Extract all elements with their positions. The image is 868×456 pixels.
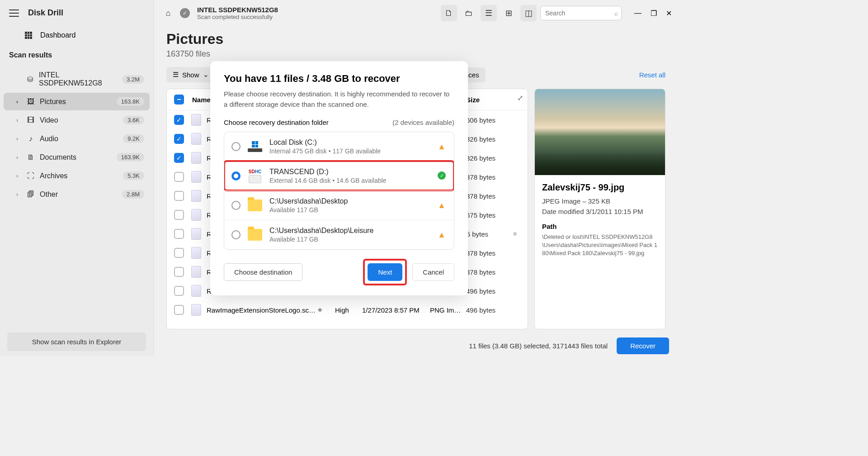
file-icon <box>191 171 201 183</box>
filter-icon: ☰ <box>173 71 179 79</box>
file-icon <box>191 285 201 297</box>
destination-name: C:\Users\dasha\Desktop <box>269 197 431 205</box>
home-icon[interactable]: ⌂ <box>160 5 176 21</box>
file-icon <box>191 152 201 164</box>
destination-detail: Available 117 GB <box>269 236 431 243</box>
status-dot <box>513 232 517 236</box>
row-checkbox[interactable]: ✓ <box>174 134 184 144</box>
row-checkbox[interactable] <box>174 248 184 258</box>
topbar: ⌂ ✓ INTEL SSDPEKNW512G8 Scan completed s… <box>154 0 678 26</box>
choose-destination-button[interactable]: Choose destination <box>224 263 302 281</box>
search-input[interactable] <box>540 6 622 20</box>
table-row[interactable]: RawImageExtensionStoreLogo.sc… ★High1/27… <box>167 300 528 319</box>
choose-folder-label: Choose recovery destination folder <box>224 119 329 126</box>
other-icon: 🗐 <box>26 190 35 199</box>
file-icon <box>191 114 201 126</box>
filesize: 326 bytes <box>466 154 520 162</box>
dashboard-label: Dashboard <box>40 31 75 39</box>
show-filter-button[interactable]: ☰ Show ⌄ <box>166 67 215 82</box>
menu-icon[interactable] <box>9 10 19 17</box>
chevron-right-icon: › <box>16 117 22 124</box>
list-view-icon[interactable]: ☰ <box>481 5 497 21</box>
filesize: 606 bytes <box>466 116 520 124</box>
row-checkbox[interactable] <box>174 305 184 315</box>
cancel-button[interactable]: Cancel <box>412 263 454 281</box>
preview-thumbnail <box>535 89 665 175</box>
row-checkbox[interactable] <box>174 229 184 239</box>
radio-button[interactable] <box>231 230 241 239</box>
panel-view-icon[interactable]: ◫ <box>520 5 537 21</box>
sidebar-item-pictures[interactable]: › 🖼 Pictures 163.8K <box>4 93 150 110</box>
sidebar: Disk Drill Dashboard Scan results ⛁ INTE… <box>0 0 154 356</box>
search-icon: ⌕ <box>614 10 618 17</box>
destination-name: TRANSCEND (D:) <box>269 168 431 176</box>
next-button[interactable]: Next <box>368 263 402 281</box>
row-checkbox[interactable] <box>174 172 184 182</box>
preview-path-label: Path <box>542 223 658 230</box>
expand-icon[interactable]: ⤢ <box>517 94 523 102</box>
file-icon <box>191 266 201 278</box>
modal-title: You have 11 files / 3.48 GB to recover <box>224 73 454 85</box>
destination-option[interactable]: SDHC TRANSCEND (D:) External 14.6 GB dis… <box>224 161 454 190</box>
radio-button[interactable] <box>231 201 241 210</box>
devices-available-label: (2 devices available) <box>392 119 454 126</box>
filesize: 326 bytes <box>466 135 520 143</box>
page-subtitle: 163750 files <box>166 49 665 59</box>
minimize-icon[interactable]: — <box>634 9 642 18</box>
destination-detail: External 14.6 GB disk • 14.6 GB availabl… <box>269 177 431 184</box>
destination-detail: Internal 475 GB disk • 117 GB available <box>269 147 431 155</box>
column-size[interactable]: Size <box>466 96 520 104</box>
destination-option[interactable]: Local Disk (C:) Internal 475 GB disk • 1… <box>224 132 454 161</box>
file-icon <box>191 190 201 202</box>
row-checkbox[interactable]: ✓ <box>174 153 184 163</box>
radio-button[interactable] <box>231 142 241 151</box>
archive-icon: ⛶ <box>26 172 35 180</box>
recover-button[interactable]: Recover <box>617 337 669 354</box>
show-in-explorer-button[interactable]: Show scan results in Explorer <box>7 332 146 351</box>
sidebar-item-archives[interactable]: › ⛶ Archives 5.3K <box>4 167 150 185</box>
page-title: Pictures <box>166 31 665 48</box>
file-icon <box>191 209 201 221</box>
file-icon <box>191 247 201 259</box>
sidebar-item-video[interactable]: › 🎞 Video 3.6K <box>4 111 150 129</box>
filesize: 378 bytes <box>466 192 520 200</box>
filesize: 496 bytes <box>466 306 520 314</box>
folder-icon[interactable]: 🗀 <box>461 5 477 21</box>
sidebar-item-dashboard[interactable]: Dashboard <box>0 26 153 45</box>
chevron-right-icon: › <box>16 99 22 105</box>
app-title: Disk Drill <box>28 8 63 18</box>
disk-icon: ⛁ <box>25 75 34 84</box>
close-icon[interactable]: ✕ <box>666 9 672 18</box>
warning-icon: ▲ <box>438 201 447 210</box>
row-checkbox[interactable] <box>174 286 184 296</box>
top-title: INTEL SSDPEKNW512G8 <box>197 6 278 14</box>
scan-complete-icon: ✓ <box>180 8 190 18</box>
file-icon[interactable]: 🗋 <box>441 5 457 21</box>
next-button-highlight: Next <box>363 259 407 285</box>
ok-icon: ✓ <box>438 171 446 180</box>
destination-option[interactable]: C:\Users\dasha\Desktop\Leisure Available… <box>224 220 454 249</box>
recovery-destination-modal: You have 11 files / 3.48 GB to recover P… <box>210 61 468 295</box>
destination-detail: Available 117 GB <box>269 206 431 214</box>
row-checkbox[interactable]: ✓ <box>174 115 184 125</box>
filesize: 496 bytes <box>466 287 520 295</box>
destination-option[interactable]: C:\Users\dasha\Desktop Available 117 GB … <box>224 190 454 220</box>
select-all-checkbox[interactable]: − <box>174 95 184 104</box>
row-checkbox[interactable] <box>174 210 184 220</box>
reset-all-link[interactable]: Reset all <box>639 71 665 79</box>
sidebar-item-documents[interactable]: › 🗎 Documents 163.9K <box>4 148 150 166</box>
filesize: 378 bytes <box>466 268 520 276</box>
statusbar: 11 files (3.48 GB) selected, 3171443 fil… <box>154 335 678 356</box>
sidebar-item-disk[interactable]: ⛁ INTEL SSDPEKNW512G8 3.2M <box>4 66 150 92</box>
radio-button[interactable] <box>231 171 241 180</box>
grid-view-icon[interactable]: ⊞ <box>500 5 517 21</box>
sidebar-item-audio[interactable]: › ♪ Audio 9.2K <box>4 130 150 147</box>
filename: RawImageExtensionStoreLogo.sc… <box>207 306 317 314</box>
maximize-icon[interactable]: ❐ <box>651 9 657 18</box>
row-checkbox[interactable] <box>174 191 184 201</box>
sidebar-item-other[interactable]: › 🗐 Other 2.8M <box>4 185 150 203</box>
row-checkbox[interactable] <box>174 267 184 277</box>
chevron-right-icon: › <box>16 136 22 142</box>
preview-date: Date modified 3/1/2011 10:15 PM <box>542 208 658 215</box>
filesize: 378 bytes <box>466 249 520 257</box>
